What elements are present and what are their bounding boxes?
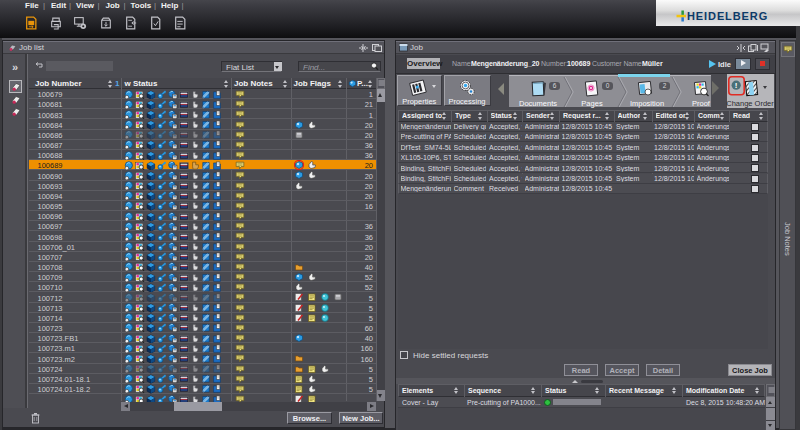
svg-text:!: ! xyxy=(734,81,737,90)
